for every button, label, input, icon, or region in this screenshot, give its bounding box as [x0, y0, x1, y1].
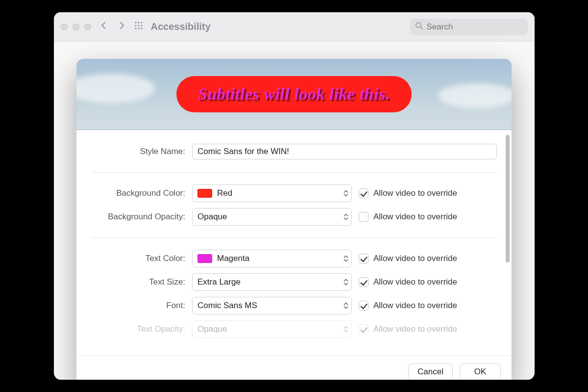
- background-opacity-select[interactable]: Opaque: [192, 208, 352, 226]
- chevron-updown-icon: [343, 256, 348, 262]
- svg-point-8: [141, 27, 142, 29]
- background-color-select[interactable]: Red: [192, 184, 352, 202]
- style-name-input[interactable]: [192, 144, 497, 159]
- search-field[interactable]: [410, 19, 528, 35]
- chevron-updown-icon: [343, 190, 348, 197]
- nav-arrows: [100, 22, 125, 32]
- background-opacity-override-checkbox[interactable]: [359, 212, 368, 222]
- text-size-override-checkbox[interactable]: [359, 277, 368, 287]
- text-opacity-label: Text Opacity:: [91, 324, 185, 334]
- svg-point-6: [135, 27, 136, 29]
- font-override-checkbox[interactable]: [359, 301, 368, 311]
- text-color-override-checkbox[interactable]: [359, 254, 368, 263]
- override-label: Allow video to override: [373, 212, 457, 222]
- swatch-magenta-icon: [197, 254, 212, 263]
- minimize-icon[interactable]: [73, 24, 79, 30]
- text-color-label: Text Color:: [91, 254, 185, 263]
- caption-style-sheet: Subtitles will look like this. Style Nam…: [76, 59, 512, 380]
- page-title: Accessibility: [151, 21, 211, 32]
- svg-line-10: [420, 27, 422, 29]
- text-opacity-override-checkbox[interactable]: [359, 324, 368, 334]
- swatch-red-icon: [197, 189, 212, 198]
- svg-point-5: [141, 25, 142, 26]
- chevron-updown-icon: [343, 326, 348, 333]
- subtitle-preview-text: Subtitles will look like this.: [176, 76, 412, 112]
- form-scroll-area[interactable]: Style Name: Background Color: Red: [76, 130, 512, 355]
- chevron-updown-icon: [343, 303, 348, 309]
- text-color-value: Magenta: [217, 254, 249, 263]
- traffic-lights[interactable]: [61, 24, 91, 30]
- override-label: Allow video to override: [373, 324, 457, 334]
- divider: [91, 172, 497, 173]
- font-value: Comic Sans MS: [197, 301, 257, 311]
- chevron-updown-icon: [343, 279, 348, 286]
- subtitle-preview: Subtitles will look like this.: [76, 59, 512, 130]
- text-opacity-select[interactable]: Opaque: [192, 320, 352, 338]
- text-size-select[interactable]: Extra Large: [192, 273, 352, 291]
- sheet-footer: Cancel OK: [76, 355, 512, 380]
- search-input[interactable]: [427, 22, 531, 32]
- search-icon: [415, 22, 423, 32]
- text-opacity-value: Opaque: [197, 324, 227, 334]
- show-all-icon[interactable]: [134, 21, 143, 32]
- ok-button[interactable]: OK: [460, 364, 501, 380]
- background-color-override-checkbox[interactable]: [359, 188, 368, 198]
- divider: [91, 237, 497, 238]
- font-label: Font:: [91, 301, 185, 311]
- text-size-label: Text Size:: [91, 277, 185, 287]
- back-button[interactable]: [100, 22, 108, 32]
- cancel-button[interactable]: Cancel: [408, 364, 453, 380]
- background-color-value: Red: [217, 188, 232, 198]
- svg-point-7: [138, 27, 139, 29]
- font-select[interactable]: Comic Sans MS: [192, 297, 352, 314]
- background-color-label: Background Color:: [91, 188, 185, 198]
- close-icon[interactable]: [61, 24, 68, 30]
- text-size-value: Extra Large: [197, 277, 241, 287]
- override-label: Allow video to override: [373, 301, 457, 311]
- text-color-select[interactable]: Magenta: [192, 250, 352, 267]
- override-label: Allow video to override: [373, 277, 457, 287]
- titlebar: Accessibility: [54, 12, 535, 42]
- vertical-scrollbar[interactable]: [506, 135, 510, 262]
- svg-point-0: [135, 22, 136, 23]
- override-label: Allow video to override: [373, 188, 457, 198]
- svg-point-2: [141, 22, 142, 23]
- forward-button[interactable]: [118, 22, 125, 32]
- background-opacity-label: Background Opacity:: [91, 212, 185, 222]
- background-opacity-value: Opaque: [197, 212, 227, 222]
- style-name-label: Style Name:: [91, 147, 185, 157]
- svg-point-4: [138, 25, 139, 26]
- override-label: Allow video to override: [373, 254, 457, 263]
- chevron-updown-icon: [343, 214, 348, 220]
- svg-point-1: [138, 22, 139, 23]
- zoom-icon[interactable]: [84, 24, 91, 30]
- preferences-window: Accessibility Subtitles will look like t…: [54, 12, 535, 380]
- svg-point-3: [135, 25, 136, 26]
